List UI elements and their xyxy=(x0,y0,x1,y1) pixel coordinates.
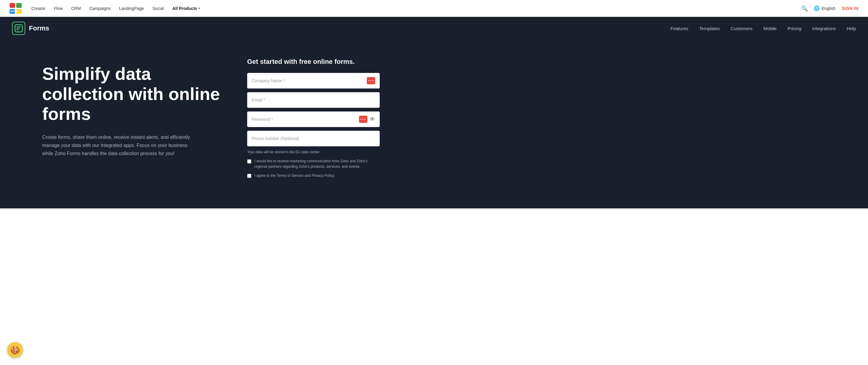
nav-help[interactable]: Help xyxy=(846,26,856,31)
svg-text:ZOHO: ZOHO xyxy=(10,10,18,13)
terms-checkbox-row: I agree to the Terms of Service and Priv… xyxy=(247,173,380,178)
terms-checkbox[interactable] xyxy=(247,174,251,178)
nav-social[interactable]: Social xyxy=(153,6,164,11)
nav-customers[interactable]: Customers xyxy=(731,26,752,31)
nav-features[interactable]: Features xyxy=(671,26,688,31)
svg-rect-8 xyxy=(17,30,19,30)
email-input[interactable] xyxy=(252,98,375,102)
zoho-logo[interactable]: ZOHO xyxy=(10,3,23,14)
company-name-icon: ··· xyxy=(367,77,375,84)
globe-icon: 🌐 xyxy=(814,5,820,11)
password-input[interactable] xyxy=(252,117,356,122)
chevron-down-icon: ▾ xyxy=(198,7,200,10)
hero-section: Simplify data collection with online for… xyxy=(0,40,868,208)
signup-card-title: Get started with free online forms. xyxy=(247,58,380,66)
hero-right: Get started with free online forms. ··· … xyxy=(247,58,380,182)
top-nav-left: ZOHO Creator Flow CRM Campaigns LandingP… xyxy=(10,3,200,14)
hero-title: Simplify data collection with online for… xyxy=(42,64,223,124)
svg-rect-0 xyxy=(10,3,15,8)
nav-templates[interactable]: Templates xyxy=(699,26,720,31)
nav-pricing[interactable]: Pricing xyxy=(787,26,801,31)
forms-logo-text: Forms xyxy=(29,24,49,32)
forms-logo[interactable]: Forms xyxy=(12,22,49,35)
nav-all-products[interactable]: All Products ▾ xyxy=(173,6,200,11)
nav-integrations[interactable]: Integrations xyxy=(812,26,836,31)
nav-flow[interactable]: Flow xyxy=(54,6,63,11)
top-nav-right: 🔍 🌐 English SIGN IN xyxy=(801,5,858,12)
marketing-label: I would like to receive marketing commun… xyxy=(254,158,380,169)
data-notice: Your data will be stored in the EU data … xyxy=(247,150,380,154)
phone-input[interactable] xyxy=(252,136,375,141)
signup-form: ··· ··· 👁 Your data will be stored in th… xyxy=(247,73,380,178)
marketing-checkbox-row: I would like to receive marketing commun… xyxy=(247,158,380,169)
svg-rect-1 xyxy=(16,3,22,8)
marketing-checkbox[interactable] xyxy=(247,159,251,164)
company-name-input[interactable] xyxy=(252,78,364,83)
forms-logo-icon xyxy=(12,22,25,35)
forms-icon-svg xyxy=(14,24,23,33)
password-field: ··· 👁 xyxy=(247,111,380,127)
hero-left: Simplify data collection with online for… xyxy=(42,58,223,158)
top-nav-links: Creator Flow CRM Campaigns LandingPage S… xyxy=(31,6,200,11)
nav-crm[interactable]: CRM xyxy=(71,6,81,11)
language-button[interactable]: 🌐 English xyxy=(814,5,835,11)
password-dots-icon: ··· xyxy=(359,115,367,123)
nav-mobile[interactable]: Mobile xyxy=(764,26,777,31)
search-button[interactable]: 🔍 xyxy=(801,5,808,12)
nav-landingpage[interactable]: LandingPage xyxy=(119,6,144,11)
nav-creator[interactable]: Creator xyxy=(31,6,45,11)
hero-description: Create forms, share them online, receive… xyxy=(42,133,199,158)
email-field xyxy=(247,92,380,108)
search-icon: 🔍 xyxy=(801,5,808,11)
nav-campaigns[interactable]: Campaigns xyxy=(89,6,111,11)
forms-header: Forms Features Templates Customers Mobil… xyxy=(0,17,868,40)
svg-rect-6 xyxy=(17,27,21,27)
top-nav: ZOHO Creator Flow CRM Campaigns LandingP… xyxy=(0,0,868,17)
language-label: English xyxy=(822,6,835,11)
svg-rect-7 xyxy=(17,28,20,29)
forms-nav: Features Templates Customers Mobile Pric… xyxy=(671,26,856,31)
terms-label: I agree to the Terms of Service and Priv… xyxy=(254,173,335,178)
phone-field xyxy=(247,131,380,146)
company-name-field: ··· xyxy=(247,73,380,89)
sign-in-button[interactable]: SIGN IN xyxy=(841,6,858,11)
password-toggle-icon[interactable]: 👁 xyxy=(370,116,375,123)
zoho-logo-svg: ZOHO xyxy=(10,3,23,14)
